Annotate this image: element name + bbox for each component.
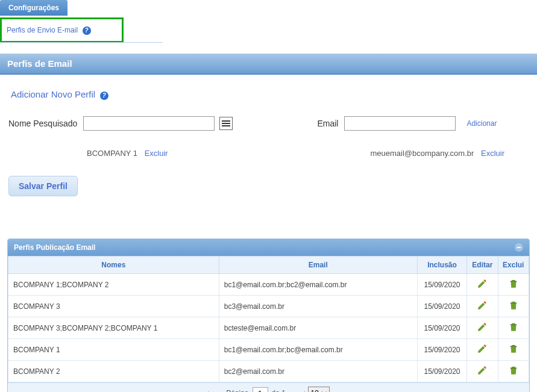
svg-rect-3: [510, 346, 517, 347]
pager-last-icon[interactable]: ►|: [298, 390, 304, 392]
col-nomes[interactable]: Nomes: [8, 257, 219, 274]
svg-rect-1: [510, 303, 517, 304]
svg-rect-0: [510, 281, 517, 282]
edit-icon[interactable]: [477, 304, 488, 313]
pager-pagesize-select[interactable]: 10: [308, 387, 330, 392]
cell-nomes: BCOMPANY 1: [8, 339, 219, 361]
link-adicionar-email[interactable]: Adicionar: [466, 119, 497, 128]
help-icon[interactable]: ?: [100, 92, 108, 100]
cell-email: bc3@email.com.br: [219, 296, 417, 317]
cell-nomes: BCOMPANY 3;BCOMPANY 2;BCOMPANY 1: [8, 317, 219, 339]
chip-email-value: meuemail@bcompany.com.br: [370, 149, 474, 158]
pager-label-de: de 1: [272, 389, 286, 392]
pager: |◄ ◄ Página de 1 ► ►| 10: [8, 382, 529, 392]
cell-inclusao: 15/09/2020: [417, 274, 466, 296]
link-excluir-nome[interactable]: Excluir: [145, 149, 168, 158]
pager-next-icon[interactable]: ►: [289, 390, 295, 392]
edit-icon[interactable]: [477, 369, 488, 378]
svg-rect-2: [510, 325, 517, 326]
cell-inclusao: 15/09/2020: [417, 339, 466, 361]
grid-table: Nomes Email Inclusão Editar Exclui BCOMP…: [8, 256, 529, 382]
trash-icon[interactable]: [508, 369, 519, 378]
panel-perfis-email: Perfis de Email Adicionar Novo Perfil ? …: [0, 54, 537, 208]
label-email: Email: [317, 119, 338, 128]
input-nome-pesquisado[interactable]: [83, 116, 215, 131]
col-editar: Editar: [467, 257, 498, 274]
col-email[interactable]: Email: [219, 257, 417, 274]
trash-icon[interactable]: [508, 304, 519, 313]
svg-rect-4: [510, 368, 517, 369]
cell-email: bc2@email.com.br: [219, 361, 417, 382]
list-picker-icon[interactable]: [219, 117, 233, 130]
edit-icon[interactable]: [477, 282, 488, 291]
trash-icon[interactable]: [508, 326, 519, 334]
table-row: BCOMPANY 1;BCOMPANY 2bc1@email.com.br;bc…: [8, 274, 529, 296]
link-adicionar-novo-perfil[interactable]: Adicionar Novo Perfil: [11, 89, 95, 99]
cell-email: bc1@email.com.br;bc@email.com.br: [219, 339, 417, 361]
pager-page-input[interactable]: [253, 387, 268, 392]
cell-inclusao: 15/09/2020: [417, 317, 466, 339]
cell-nomes: BCOMPANY 2: [8, 361, 219, 382]
pager-label-pagina: Página: [226, 389, 248, 392]
collapse-icon[interactable]: [515, 243, 523, 252]
link-perfis-envio-email[interactable]: Perfis de Envio E-mail: [7, 26, 78, 34]
trash-icon[interactable]: [508, 282, 519, 291]
table-row: BCOMPANY 3bc3@email.com.br15/09/2020: [8, 296, 529, 317]
trash-icon[interactable]: [508, 347, 519, 356]
label-nome-pesquisado: Nome Pesquisado: [8, 119, 77, 128]
cell-email: bc1@email.com.br;bc2@email.com.br: [219, 274, 417, 296]
help-icon[interactable]: ?: [83, 26, 91, 35]
cell-nomes: BCOMPANY 1;BCOMPANY 2: [8, 274, 219, 296]
button-salvar-perfil[interactable]: Salvar Perfil: [8, 176, 78, 196]
chip-nome-value: BCOMPANY 1: [87, 149, 137, 158]
divider: [0, 42, 163, 43]
cell-email: bcteste@email.com.br: [219, 317, 417, 339]
col-excluir: Exclui: [498, 257, 529, 274]
edit-icon[interactable]: [477, 326, 488, 334]
col-inclusao[interactable]: Inclusão: [417, 257, 466, 274]
input-email[interactable]: [344, 116, 456, 131]
edit-icon[interactable]: [477, 347, 488, 356]
table-row: BCOMPANY 2bc2@email.com.br15/09/2020: [8, 361, 529, 382]
panel-perfis-publicacao: Perfis Publicação Email Nomes Email Incl…: [7, 238, 530, 392]
grid-title: Perfis Publicação Email: [14, 243, 95, 252]
link-excluir-email[interactable]: Excluir: [481, 149, 504, 158]
pager-first-icon[interactable]: |◄: [207, 390, 213, 392]
tab-configuracoes[interactable]: Configurações: [0, 0, 68, 16]
table-row: BCOMPANY 3;BCOMPANY 2;BCOMPANY 1bcteste@…: [8, 317, 529, 339]
cell-inclusao: 15/09/2020: [417, 296, 466, 317]
cell-nomes: BCOMPANY 3: [8, 296, 219, 317]
table-row: BCOMPANY 1bc1@email.com.br;bc@email.com.…: [8, 339, 529, 361]
highlighted-nav: Perfis de Envio E-mail ?: [0, 17, 124, 43]
cell-inclusao: 15/09/2020: [417, 361, 466, 382]
panel-title: Perfis de Email: [0, 54, 537, 75]
pager-prev-icon[interactable]: ◄: [217, 390, 222, 392]
